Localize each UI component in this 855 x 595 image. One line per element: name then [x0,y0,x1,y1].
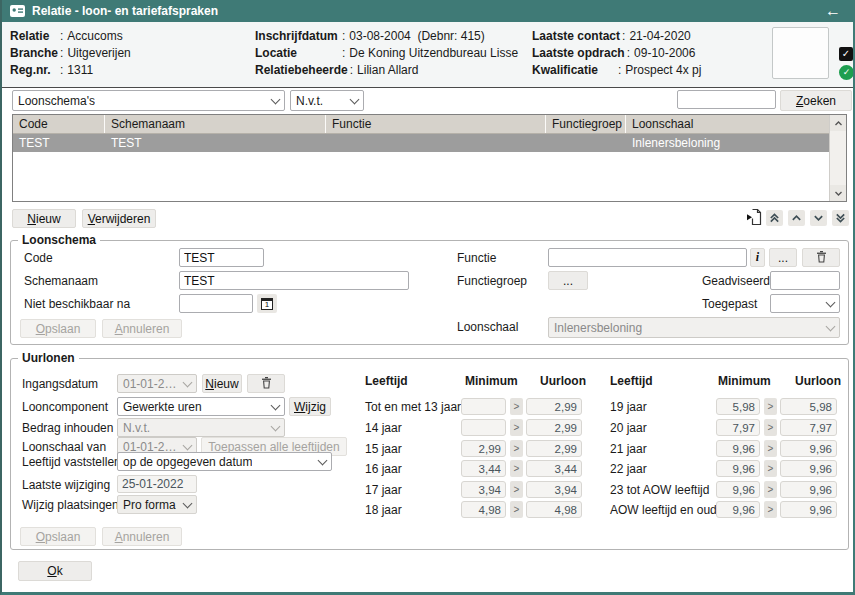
uurloon-input[interactable] [780,501,837,518]
table-row[interactable]: TEST TEST Inlenersbeloning [13,134,831,152]
branche-field: Branche:Uitgeverijen [10,46,131,60]
minimum-input[interactable] [716,460,760,477]
vertical-scrollbar[interactable] [829,115,846,201]
uurloon-input[interactable] [780,481,837,498]
leeftijd-vaststellen-select[interactable]: op de opgegeven datum [117,452,332,471]
copy-minimum-button[interactable]: > [764,440,777,457]
chevron-down-icon [271,421,281,431]
minimum-input[interactable] [461,481,506,498]
nieuw-button[interactable]: Nieuw [12,209,76,228]
age-label: 16 jaar [365,462,402,476]
copy-minimum-button[interactable]: > [510,501,523,518]
copy-minimum-button[interactable]: > [764,398,777,415]
column-header-schemanaam[interactable]: Schemanaam [105,115,326,133]
age-label: 14 jaar [365,421,402,435]
header-checkbox[interactable]: ✓ [839,47,853,61]
uurloon-input[interactable] [526,501,582,518]
toegepast-select[interactable] [770,294,840,313]
column-header-code[interactable]: Code [13,115,105,133]
relatie-field: Relatie:Accucoms [10,29,123,43]
functie-browse-button[interactable]: ... [769,248,797,267]
search-input[interactable] [677,90,776,109]
scroll-down-icon[interactable] [830,185,846,201]
copy-minimum-button[interactable]: > [764,501,777,518]
minimum-input[interactable] [461,398,506,415]
date-picker-button[interactable]: 1 [257,294,277,313]
copy-minimum-button[interactable]: > [510,398,523,415]
laatste-wijziging-input [117,475,197,493]
uurloon-input[interactable] [780,440,837,457]
copy-minimum-button[interactable]: > [764,481,777,498]
back-arrow-icon[interactable]: ← [825,0,841,22]
column-header-functie[interactable]: Functie [326,115,546,133]
previous-record-button[interactable] [788,210,805,226]
scroll-up-icon[interactable] [830,115,846,131]
minimum-input[interactable] [716,419,760,436]
schema-type-select[interactable]: Loonschema's [12,90,285,111]
minimum-input[interactable] [461,440,506,457]
copy-minimum-button[interactable]: > [510,419,523,436]
uurloon-input[interactable] [780,460,837,477]
laatste-opdracht-field: Laatste opdrach:09-10-2006 [532,46,695,60]
column-header-loonschaal[interactable]: Loonschaal [626,115,831,133]
minimum-input[interactable] [461,419,506,436]
ok-button[interactable]: Ok [18,561,92,581]
wage-header-uurloon: Uurloon [540,374,586,388]
minimum-input[interactable] [716,481,760,498]
copy-minimum-button[interactable]: > [510,440,523,457]
copy-minimum-button[interactable]: > [764,460,777,477]
uurloon-input[interactable] [780,419,837,436]
uurloon-input[interactable] [780,398,837,415]
uurlonen-annuleren-button[interactable]: Annuleren [102,527,182,546]
schemanaam-input[interactable] [179,271,409,290]
verwijderen-button[interactable]: Verwijderen [82,209,156,228]
column-header-functiegroep[interactable]: Functiegroep [546,115,626,133]
minimum-input[interactable] [716,440,760,457]
code-input[interactable] [179,248,264,267]
loonschema-annuleren-button[interactable]: Annuleren [102,319,182,338]
wijzig-plaatsingen-select[interactable]: Pro forma [117,495,197,514]
zoeken-button[interactable]: Zoeken [780,90,852,111]
wijzig-button[interactable]: Wijzig [289,397,331,416]
ingangsdatum-label: Ingangsdatum [22,377,98,391]
geadviseerd-input[interactable] [770,271,840,290]
uurloon-nieuw-button[interactable]: Nieuw [202,374,242,393]
functie-info-button[interactable]: i [750,248,765,267]
schemanaam-label: Schemanaam [24,274,98,288]
minimum-input[interactable] [461,501,506,518]
minimum-input[interactable] [461,460,506,477]
code-label: Code [24,251,53,265]
copy-minimum-button[interactable]: > [510,460,523,477]
uurloon-input[interactable] [526,398,582,415]
uurloon-input[interactable] [526,440,582,457]
minimum-input[interactable] [716,398,760,415]
looncomponent-select[interactable]: Gewerkte uren [117,397,285,416]
functie-input[interactable] [548,248,747,267]
chevron-down-icon [271,400,281,410]
trash-icon [261,376,272,389]
loonschaal-select[interactable]: Inlenersbeloning [548,317,840,338]
first-record-button[interactable] [766,210,783,226]
functiegroep-browse-button[interactable]: ... [548,271,588,290]
uurloon-input[interactable] [526,460,582,477]
uurlonen-opslaan-button[interactable]: Opslaan [20,527,96,546]
next-record-button[interactable] [810,210,827,226]
bedrag-inhouden-select[interactable]: N.v.t. [117,418,285,437]
functie-delete-button[interactable] [802,248,840,267]
kwalificatie-field: Kwalificatie:Prospect 4x pj [532,63,701,77]
loonschema-opslaan-button[interactable]: Opslaan [20,319,96,338]
filter-select[interactable]: N.v.t. [290,90,364,111]
uurloon-input[interactable] [526,481,582,498]
minimum-input[interactable] [716,501,760,518]
copy-minimum-button[interactable]: > [764,419,777,436]
loonschema-table: Code Schemanaam Functie Functiegroep Loo… [12,114,847,202]
contact-card-icon [10,5,25,17]
last-record-button[interactable] [832,210,849,226]
uurloon-input[interactable] [526,419,582,436]
niet-beschikbaar-input[interactable] [179,294,253,313]
goto-record-icon[interactable] [746,208,762,229]
copy-minimum-button[interactable]: > [510,481,523,498]
chevron-down-icon [826,297,836,307]
ingangsdatum-select[interactable]: 01-01-2022 [117,374,197,393]
uurloon-delete-button[interactable] [247,374,285,393]
